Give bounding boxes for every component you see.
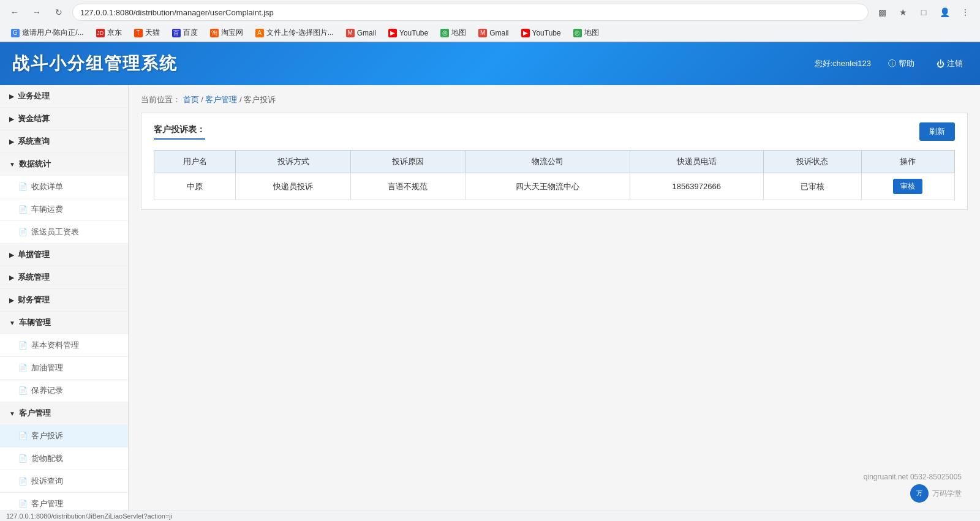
sidebar-label-13: 保养记录 [31, 385, 63, 396]
bookmark-item-0[interactable]: G邀请用户·陈向正/... [6, 26, 89, 40]
help-icon: ⓘ [888, 58, 896, 69]
sidebar-item-11[interactable]: 📄基本资料管理 [0, 334, 128, 357]
sidebar-item-17[interactable]: 📄投诉查询 [0, 470, 128, 493]
bookmark-item-4[interactable]: 淘淘宝网 [205, 26, 248, 40]
sidebar-arrow-7: ▶ [9, 252, 14, 258]
bookmark-label-8: 地图 [451, 28, 466, 38]
bookmark-item-2[interactable]: T天猫 [129, 26, 165, 40]
sidebar-arrow-1: ▶ [9, 116, 14, 122]
bookmark-button[interactable]: ★ [894, 4, 911, 21]
logout-icon: ⏻ [937, 59, 944, 69]
sidebar-label-8: 系统管理 [18, 272, 50, 283]
table-header-6: 操作 [861, 151, 954, 173]
table-action-0: 审核 [861, 173, 954, 200]
sidebar-label-14: 客户管理 [19, 408, 51, 419]
sidebar-item-0[interactable]: ▶业务处理 [0, 85, 128, 108]
sidebar-item-1[interactable]: ▶资金结算 [0, 108, 128, 130]
bookmark-icon-0: G [11, 29, 20, 37]
footer-text: qingruanit.net 0532-85025005 [864, 473, 962, 481]
table-header-1: 投诉方式 [236, 151, 350, 173]
bookmark-icon-3: 百 [172, 29, 181, 37]
review-button[interactable]: 审核 [893, 179, 922, 194]
bookmark-item-7[interactable]: ▶YouTube [383, 27, 433, 39]
bookmark-label-1: 京东 [107, 28, 122, 38]
table-cell-0-3: 四大天王物流中心 [466, 173, 630, 200]
breadcrumb: 当前位置： 首页 / 客户管理 / 客户投诉 [141, 94, 968, 105]
refresh-button[interactable]: 刷新 [919, 122, 955, 141]
table-cell-0-4: 18563972666 [630, 173, 763, 200]
doc-icon-15: 📄 [18, 432, 28, 440]
bookmark-label-2: 天猫 [145, 28, 160, 38]
content-area: 当前位置： 首页 / 客户管理 / 客户投诉 客户投诉表： 刷新 用户名投诉方式… [129, 85, 980, 521]
browser-toolbar: ← → ↻ ▩ ★ □ 👤 ⋮ [0, 0, 980, 24]
bookmark-item-6[interactable]: MGmail [341, 27, 381, 39]
footer-logo-text: 万码学堂 [932, 489, 962, 499]
sidebar-label-12: 加油管理 [31, 362, 63, 373]
cast-button[interactable]: ▩ [873, 4, 891, 21]
doc-icon-16: 📄 [18, 454, 28, 463]
sidebar-item-7[interactable]: ▶单据管理 [0, 244, 128, 266]
menu-button[interactable]: ⋮ [957, 4, 974, 21]
bookmark-item-11[interactable]: ◎地图 [568, 26, 604, 40]
address-bar[interactable] [72, 4, 869, 21]
bookmark-label-11: 地图 [584, 28, 599, 38]
sidebar-label-16: 货物配载 [31, 453, 63, 464]
page-header: 客户投诉表： 刷新 [154, 122, 955, 141]
doc-icon-5: 📄 [18, 205, 28, 214]
help-button[interactable]: ⓘ 帮助 [883, 56, 919, 72]
bookmarks-bar: G邀请用户·陈向正/...JD京东T天猫百百度淘淘宝网A文件上传-选择图片...… [0, 24, 980, 42]
sidebar-label-9: 财务管理 [18, 294, 50, 305]
sidebar-item-16[interactable]: 📄货物配载 [0, 448, 128, 470]
sidebar-arrow-9: ▶ [9, 297, 14, 304]
sidebar-item-9[interactable]: ▶财务管理 [0, 289, 128, 312]
logout-button[interactable]: ⏻ 注销 [932, 56, 968, 72]
sidebar-label-6: 派送员工资表 [31, 227, 79, 238]
sidebar-label-10: 车辆管理 [19, 317, 51, 328]
doc-icon-13: 📄 [18, 386, 28, 395]
sidebar-item-8[interactable]: ▶系统管理 [0, 266, 128, 289]
sidebar-label-4: 收款详单 [31, 181, 63, 192]
sidebar-label-0: 业务处理 [18, 91, 50, 102]
browser-action-buttons: ▩ ★ □ 👤 ⋮ [873, 4, 974, 21]
sidebar-item-10[interactable]: ▼车辆管理 [0, 312, 128, 334]
breadcrumb-home[interactable]: 首页 [183, 95, 199, 104]
page-section: 客户投诉表： 刷新 用户名投诉方式投诉原因物流公司快递员电话投诉状态操作中原快递… [141, 113, 968, 210]
forward-button[interactable]: → [28, 4, 45, 21]
breadcrumb-current: 客户投诉 [244, 95, 276, 104]
sidebar-arrow-10: ▼ [9, 320, 15, 326]
bookmark-icon-7: ▶ [388, 29, 397, 37]
bookmark-item-5[interactable]: A文件上传-选择图片... [251, 26, 339, 40]
sidebar-item-13[interactable]: 📄保养记录 [0, 380, 128, 402]
sidebar-label-18: 客户管理 [31, 498, 63, 509]
footer-logo: 万 万码学堂 [864, 484, 962, 503]
sidebar-item-2[interactable]: ▶系统查询 [0, 130, 128, 153]
table-header-2: 投诉原因 [350, 151, 465, 173]
sidebar-arrow-2: ▶ [9, 138, 14, 145]
sidebar-label-15: 客户投诉 [31, 430, 63, 441]
doc-icon-12: 📄 [18, 364, 28, 372]
bookmark-label-5: 文件上传-选择图片... [266, 28, 334, 38]
status-url: 127.0.0.1:8080/distribution/JiBenZiLiaoS… [6, 512, 172, 520]
bookmark-item-9[interactable]: MGmail [473, 27, 513, 39]
table-cell-0-1: 快递员投诉 [236, 173, 350, 200]
tab-button[interactable]: □ [915, 4, 932, 21]
profile-button[interactable]: 👤 [936, 4, 953, 21]
sidebar-item-4[interactable]: 📄收款详单 [0, 176, 128, 198]
sidebar-item-14[interactable]: ▼客户管理 [0, 402, 128, 425]
bookmark-item-8[interactable]: ◎地图 [435, 26, 471, 40]
sidebar-item-3[interactable]: ▼数据统计 [0, 153, 128, 176]
header-right: 您好:chenlei123 ⓘ 帮助 ⏻ 注销 [815, 56, 968, 72]
bookmark-item-10[interactable]: ▶YouTube [516, 27, 566, 39]
reload-button[interactable]: ↻ [50, 4, 67, 21]
sidebar-item-15[interactable]: 📄客户投诉 [0, 425, 128, 448]
sidebar-item-12[interactable]: 📄加油管理 [0, 357, 128, 380]
bookmark-item-3[interactable]: 百百度 [167, 26, 203, 40]
sidebar-item-5[interactable]: 📄车辆运费 [0, 198, 128, 221]
back-button[interactable]: ← [6, 4, 23, 21]
bookmark-label-7: YouTube [399, 29, 428, 37]
bookmark-label-6: Gmail [357, 29, 376, 37]
sidebar-item-6[interactable]: 📄派送员工资表 [0, 221, 128, 244]
bookmark-item-1[interactable]: JD京东 [91, 26, 127, 40]
app-logo: 战斗小分组管理系统 [12, 52, 178, 75]
breadcrumb-parent[interactable]: 客户管理 [205, 95, 237, 104]
